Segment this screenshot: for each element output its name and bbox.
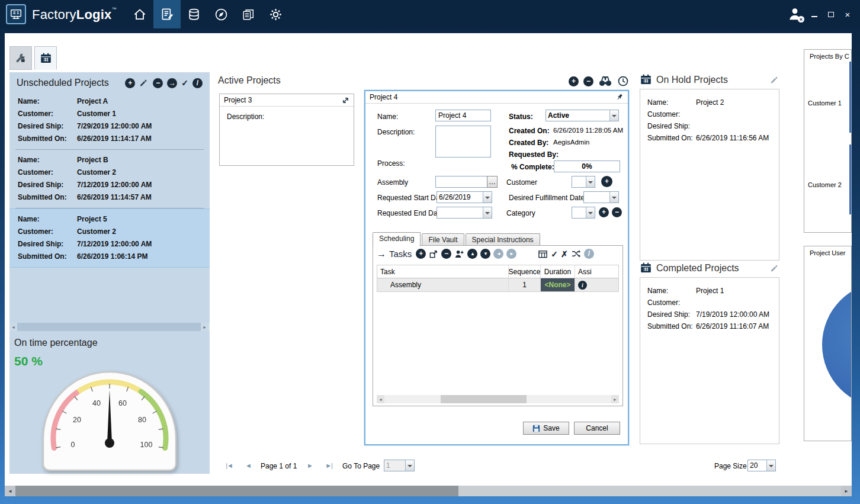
add-task-button[interactable]: + xyxy=(416,249,426,259)
accept-tasks-icon[interactable]: ✓ xyxy=(551,250,558,258)
remove-category-button[interactable]: − xyxy=(612,207,622,217)
user-account-icon[interactable]: × xyxy=(787,6,803,23)
requested-end-date-picker[interactable] xyxy=(437,207,492,219)
assembly-browse-button[interactable]: … xyxy=(487,176,498,188)
field-label: Name: xyxy=(18,213,77,226)
pin-card-icon[interactable] xyxy=(615,93,624,101)
assembly-input[interactable] xyxy=(435,176,487,188)
unscheduled-list-scrollbar[interactable]: ◄ ► xyxy=(9,323,210,331)
scroll-left-icon[interactable]: ◄ xyxy=(5,486,15,496)
previous-page-button[interactable]: ◄ xyxy=(240,460,256,471)
completed-project-card[interactable]: Name:Project 1 Customer: Desired Ship:7/… xyxy=(640,277,779,444)
edit-project-icon[interactable] xyxy=(139,78,149,88)
search-binoculars-icon[interactable] xyxy=(598,75,612,87)
nav-documents-button[interactable] xyxy=(235,0,262,28)
created-on-value: 6/26/2019 11:28:05 AM xyxy=(553,127,623,134)
expand-task-icon[interactable] xyxy=(429,249,438,259)
accept-icon[interactable]: ✓ xyxy=(181,79,188,87)
schedule-grid-icon[interactable] xyxy=(538,249,548,259)
first-page-button[interactable]: |◄ xyxy=(222,460,237,471)
remove-task-button[interactable]: − xyxy=(441,249,451,259)
chevron-down-icon xyxy=(609,110,618,121)
scroll-right-icon[interactable]: ► xyxy=(201,323,208,331)
maximize-button[interactable] xyxy=(826,8,836,20)
nav-home-button[interactable] xyxy=(126,0,153,28)
customer-dropdown[interactable] xyxy=(572,176,595,188)
clear-tasks-icon[interactable]: / xyxy=(584,249,594,259)
assign-person-icon[interactable] xyxy=(454,249,464,259)
nav-database-button[interactable] xyxy=(181,0,208,28)
on-time-value: 50 % xyxy=(14,354,43,368)
nav-navigator-button[interactable] xyxy=(208,0,235,28)
scroll-thumb[interactable] xyxy=(17,323,201,331)
unscheduled-project-item-selected[interactable]: Name:Project 5 Customer:Customer 2 Desir… xyxy=(9,208,210,268)
name-input[interactable]: Project 4 xyxy=(435,110,491,121)
scroll-right-icon[interactable]: ► xyxy=(841,486,852,496)
description-input[interactable] xyxy=(435,126,491,158)
task-duration-cell[interactable]: <None> xyxy=(541,278,575,291)
status-dropdown[interactable]: Active xyxy=(545,110,619,121)
scroll-thumb[interactable] xyxy=(441,395,527,403)
on-hold-project-card[interactable]: Name:Project 2 Customer: Desired Ship: S… xyxy=(640,89,779,261)
tab-scheduling[interactable]: Scheduling xyxy=(373,232,421,246)
scroll-left-icon[interactable]: ◄ xyxy=(377,395,384,403)
chevron-down-icon xyxy=(766,460,775,471)
field-label: Customer: xyxy=(18,166,77,179)
remove-active-project-button[interactable]: − xyxy=(583,76,593,86)
cancel-tasks-icon[interactable]: ✗ xyxy=(561,250,568,258)
col-task[interactable]: Task xyxy=(377,265,509,278)
last-page-button[interactable]: ►| xyxy=(321,460,336,471)
bottom-horizontal-scrollbar[interactable]: ◄ ► xyxy=(5,486,852,496)
save-button[interactable]: Save xyxy=(523,422,569,435)
tab-scheduling-view[interactable] xyxy=(34,46,57,70)
nav-project-editor-button[interactable] xyxy=(153,0,181,28)
move-task-left-button[interactable]: ◄ xyxy=(493,249,503,259)
add-category-button[interactable]: + xyxy=(599,207,609,217)
tab-special-instructions[interactable]: Special Instructions xyxy=(466,233,540,246)
requested-start-date-picker[interactable]: 6/26/2019 xyxy=(437,191,492,203)
move-task-down-button[interactable]: ▼ xyxy=(480,249,490,259)
task-name-cell: Assembly xyxy=(377,278,509,291)
unscheduled-project-item[interactable]: Name:Project B Customer:Customer 2 Desir… xyxy=(9,150,210,208)
fulfillment-date-picker[interactable] xyxy=(583,191,619,203)
move-task-right-button[interactable]: ► xyxy=(506,249,516,259)
created-by-label: Created By: xyxy=(509,139,548,147)
col-duration[interactable]: Duration xyxy=(541,265,575,278)
page-size-dropdown[interactable]: 20 xyxy=(747,460,776,471)
add-project-button[interactable]: + xyxy=(125,78,135,88)
calendar-icon xyxy=(640,262,652,274)
schedule-project-button[interactable]: → xyxy=(167,78,177,88)
scroll-left-icon[interactable]: ◄ xyxy=(9,323,17,331)
expand-card-icon[interactable] xyxy=(342,97,349,104)
project3-card[interactable]: Project 3 Description: xyxy=(219,94,354,166)
col-sequence[interactable]: Sequence xyxy=(509,265,541,278)
next-page-button[interactable]: ► xyxy=(302,460,317,471)
cancel-circle-icon[interactable]: / xyxy=(192,78,203,88)
info-icon[interactable]: i xyxy=(578,281,587,290)
edit-completed-icon[interactable] xyxy=(770,264,779,273)
field-label: Desired Ship: xyxy=(18,238,77,251)
tab-file-vault[interactable]: File Vault xyxy=(422,233,464,246)
project-users-title: Project User xyxy=(810,249,846,256)
edit-on-hold-icon[interactable] xyxy=(770,75,779,85)
cancel-button[interactable]: Cancel xyxy=(574,422,620,435)
history-clock-icon[interactable] xyxy=(617,75,629,87)
nav-settings-button[interactable] xyxy=(262,0,290,28)
move-task-up-button[interactable]: ▲ xyxy=(467,249,477,259)
category-dropdown[interactable] xyxy=(572,207,595,219)
scroll-right-icon[interactable]: ► xyxy=(611,395,619,403)
close-button[interactable]: × xyxy=(842,8,853,20)
add-active-project-button[interactable]: + xyxy=(569,76,579,86)
goto-page-value: 1 xyxy=(384,460,405,471)
add-customer-button[interactable]: + xyxy=(601,176,612,187)
reorder-tasks-icon[interactable] xyxy=(571,249,581,258)
tab-resources[interactable] xyxy=(9,46,32,70)
scroll-thumb[interactable] xyxy=(15,486,458,496)
unscheduled-project-item[interactable]: Name:Project A Customer:Customer 1 Desir… xyxy=(9,91,210,149)
tasks-scrollbar[interactable]: ◄ ► xyxy=(377,395,619,403)
goto-page-input[interactable]: 1 xyxy=(384,460,415,471)
task-row[interactable]: Assembly 1 <None> i xyxy=(377,278,618,291)
col-assigned[interactable]: Assi xyxy=(575,265,618,278)
minimize-button[interactable] xyxy=(809,8,820,20)
remove-project-button[interactable]: − xyxy=(153,78,163,88)
